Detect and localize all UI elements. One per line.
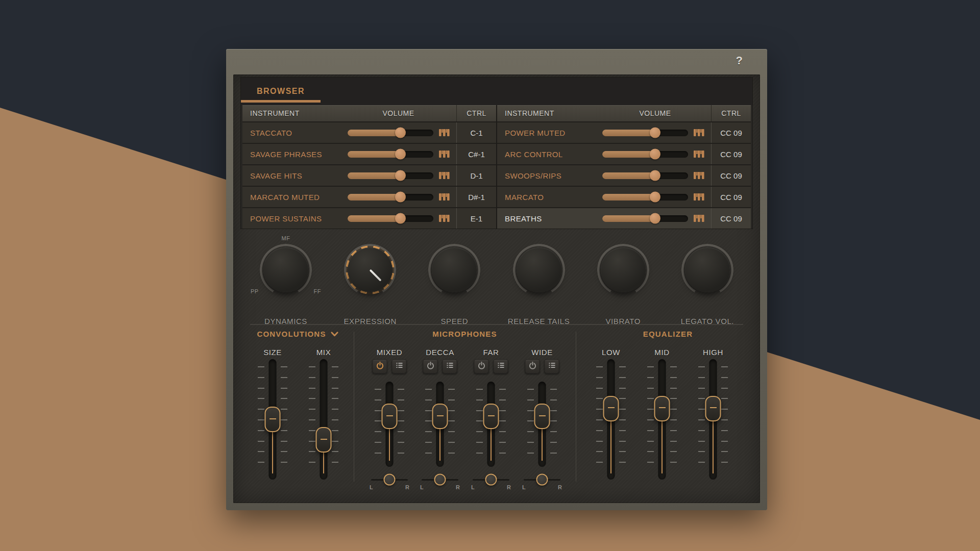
mic-wide-fader[interactable] [526, 382, 558, 467]
ctrl-value[interactable]: C#-1 [456, 144, 496, 164]
keyboard-icon[interactable] [438, 214, 450, 222]
knob-dynamics[interactable]: MF PP FF DYNAMICS [248, 239, 324, 325]
table-row[interactable]: SAVAGE HITS D-1 [242, 164, 496, 186]
power-button[interactable] [373, 359, 387, 373]
tab-browser[interactable]: BROWSER [241, 78, 321, 105]
ctrl-value[interactable]: CC 09 [711, 122, 751, 143]
knob-legato-vol[interactable]: LEGATO VOL. [669, 239, 746, 325]
instrument-name[interactable]: ARC CONTROL [497, 144, 599, 164]
fader-handle[interactable] [265, 407, 281, 432]
table-row[interactable]: MARCATO CC 09 [497, 186, 751, 207]
table-row[interactable]: SWOOPS/RIPS CC 09 [497, 164, 751, 186]
ctrl-value[interactable]: CC 09 [711, 187, 751, 207]
mix-fader[interactable] [307, 359, 340, 480]
ctrl-value[interactable]: E-1 [456, 208, 496, 229]
volume-slider-thumb[interactable] [395, 192, 406, 203]
knob-body[interactable] [601, 247, 646, 292]
keyboard-icon[interactable] [693, 171, 705, 180]
instrument-name[interactable]: MARCATO [497, 187, 599, 207]
keyboard-icon[interactable] [438, 193, 450, 201]
instrument-name[interactable]: SWOOPS/RIPS [497, 165, 599, 186]
eq-mid-fader[interactable] [646, 359, 678, 480]
mic-mixed-fader[interactable] [373, 382, 406, 467]
volume-slider[interactable] [602, 215, 688, 222]
volume-slider-thumb[interactable] [650, 128, 660, 138]
volume-slider-thumb[interactable] [395, 170, 406, 181]
volume-slider[interactable] [602, 172, 688, 179]
mic-mixed-pan[interactable] [371, 474, 408, 485]
knob-body[interactable] [685, 247, 730, 292]
fader-handle[interactable] [483, 404, 499, 429]
fader-handle[interactable] [654, 396, 670, 421]
knob-vibrato[interactable]: VIBRATO [585, 239, 662, 325]
fader-handle[interactable] [316, 427, 332, 453]
knob-release-tails[interactable]: RELEASE TAILS [501, 239, 577, 325]
instrument-name[interactable]: POWER SUSTAINS [242, 208, 340, 229]
ctrl-value[interactable]: CC 09 [711, 208, 751, 229]
list-button[interactable] [494, 359, 508, 373]
instrument-name[interactable]: BREATHS [497, 208, 599, 229]
table-row[interactable]: MARCATO MUTED D#-1 [242, 186, 496, 207]
mic-wide-pan[interactable] [524, 474, 560, 485]
knob-expression[interactable]: EXPRESSION [332, 239, 408, 325]
table-row[interactable]: POWER MUTED CC 09 [497, 121, 751, 143]
mic-decca-fader[interactable] [424, 382, 456, 467]
mic-far-fader[interactable] [475, 382, 507, 467]
volume-slider[interactable] [348, 194, 433, 201]
ctrl-value[interactable]: D-1 [456, 165, 496, 186]
instrument-name[interactable]: SAVAGE PHRASES [242, 144, 340, 164]
ctrl-value[interactable]: D#-1 [456, 187, 496, 207]
volume-slider[interactable] [602, 151, 688, 158]
volume-slider-thumb[interactable] [395, 149, 406, 160]
list-button[interactable] [545, 359, 559, 373]
size-fader[interactable] [256, 359, 289, 480]
keyboard-icon[interactable] [693, 214, 705, 222]
fader-handle[interactable] [432, 404, 448, 429]
ctrl-value[interactable]: CC 09 [711, 165, 751, 186]
fader-handle[interactable] [382, 404, 398, 429]
volume-slider[interactable] [602, 130, 688, 136]
keyboard-icon[interactable] [438, 171, 450, 180]
eq-low-fader[interactable] [595, 359, 627, 480]
keyboard-icon[interactable] [438, 150, 450, 158]
knob-body[interactable] [517, 247, 561, 292]
eq-high-fader[interactable] [697, 359, 729, 480]
table-row[interactable]: POWER SUSTAINS E-1 [242, 207, 496, 229]
instrument-name[interactable]: POWER MUTED [497, 122, 599, 143]
table-row[interactable]: STACCATO C-1 [242, 121, 496, 143]
volume-slider[interactable] [348, 215, 433, 222]
volume-slider-thumb[interactable] [650, 170, 660, 181]
list-button[interactable] [392, 359, 407, 373]
list-button[interactable] [443, 359, 457, 373]
keyboard-icon[interactable] [438, 129, 450, 137]
help-icon[interactable]: ? [736, 54, 743, 67]
fader-handle[interactable] [603, 396, 619, 421]
keyboard-icon[interactable] [693, 150, 705, 158]
keyboard-icon[interactable] [693, 129, 705, 137]
instrument-name[interactable]: STACCATO [242, 122, 340, 143]
table-row-selected[interactable]: BREATHS CC 09 [497, 207, 751, 229]
volume-slider[interactable] [348, 130, 433, 136]
fader-handle[interactable] [705, 396, 721, 421]
table-row[interactable]: ARC CONTROL CC 09 [497, 143, 751, 164]
knob-body[interactable] [432, 247, 477, 292]
chevron-down-icon[interactable] [331, 331, 338, 337]
volume-slider[interactable] [602, 194, 688, 201]
knob-speed[interactable]: SPEED [416, 239, 493, 325]
fader-handle[interactable] [534, 404, 550, 429]
table-row[interactable]: SAVAGE PHRASES C#-1 [242, 143, 496, 164]
power-button[interactable] [474, 359, 489, 373]
power-button[interactable] [423, 359, 438, 373]
ctrl-value[interactable]: CC 09 [711, 144, 751, 164]
knob-body[interactable] [263, 247, 308, 292]
ctrl-value[interactable]: C-1 [456, 122, 496, 143]
volume-slider[interactable] [348, 151, 433, 158]
volume-slider-thumb[interactable] [650, 192, 660, 203]
mic-far-pan[interactable] [473, 474, 509, 485]
volume-slider-thumb[interactable] [395, 128, 406, 138]
volume-slider-thumb[interactable] [650, 149, 660, 160]
instrument-name[interactable]: SAVAGE HITS [242, 165, 340, 186]
volume-slider-thumb[interactable] [395, 213, 406, 224]
mic-decca-pan[interactable] [422, 474, 458, 485]
power-button[interactable] [525, 359, 540, 373]
